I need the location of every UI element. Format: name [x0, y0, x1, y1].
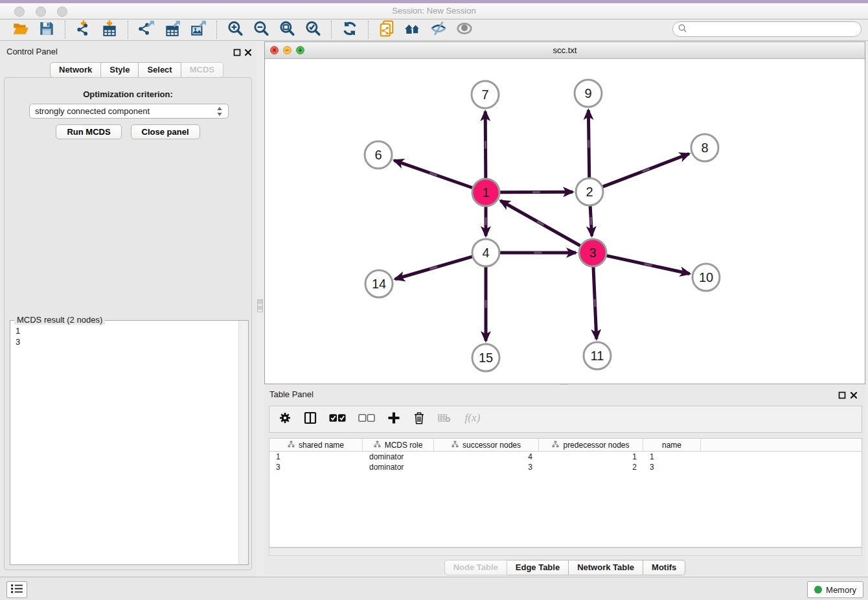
tab-motifs[interactable]: Motifs [643, 560, 685, 575]
tab-style[interactable]: Style [101, 62, 139, 78]
network-canvas[interactable]: 1234678910111415 [265, 58, 865, 384]
tab-node-table[interactable]: Node Table [444, 560, 507, 575]
optimization-criterion-label: Optimization criterion: [5, 89, 251, 99]
save-button[interactable] [34, 20, 60, 40]
refresh-button[interactable] [337, 20, 363, 40]
table-tabs: Node TableEdge TableNetwork TableMotifs [264, 560, 865, 575]
toolbar-group [217, 20, 331, 40]
gear-icon [279, 411, 291, 427]
edge-label [485, 141, 486, 148]
tab-network[interactable]: Network [50, 62, 101, 78]
table-cell[interactable]: dominator [363, 462, 434, 472]
toolbar-group [128, 20, 216, 40]
table-cell[interactable]: 2 [539, 462, 643, 472]
zoom-fit-button[interactable] [274, 20, 300, 40]
zoom-selected-icon [304, 20, 321, 40]
search-input[interactable] [672, 21, 862, 37]
check-all-button[interactable] [329, 411, 346, 428]
criterion-dropdown[interactable]: strongly connected component [29, 104, 229, 119]
hide-eye-button[interactable] [426, 20, 451, 40]
column-header-predecessor-nodes[interactable]: predecessor nodes [539, 439, 643, 452]
tree-icon [288, 441, 295, 450]
tree-icon [451, 441, 459, 450]
table-cell[interactable]: 3 [269, 462, 363, 472]
edge-label [485, 218, 486, 225]
edge-label [588, 140, 589, 148]
table-cell[interactable]: dominator [363, 452, 434, 462]
mcds-result-lines: 13 [16, 325, 20, 347]
home-icon [404, 20, 421, 40]
table-row[interactable]: 1dominator411 [269, 452, 862, 462]
toolbar-group [369, 20, 483, 40]
memory-status-dot [814, 586, 822, 594]
export-table-button[interactable] [159, 20, 185, 40]
table-float-panel-icon[interactable] [838, 390, 846, 398]
run-mcds-button[interactable]: Run MCDS [56, 124, 121, 139]
columns-button[interactable] [304, 411, 317, 428]
zoom-out-button[interactable] [248, 20, 274, 40]
table-cell[interactable]: 1 [643, 452, 701, 462]
column-header-name[interactable]: name [643, 439, 701, 452]
table-row[interactable]: 3dominator323 [269, 462, 862, 472]
network-window-title: scc.txt [265, 45, 865, 55]
tab-mcds[interactable]: MCDS [181, 62, 223, 78]
export-image-button[interactable] [185, 20, 211, 40]
show-eye-button[interactable] [451, 20, 477, 40]
network-view-window: × − + scc.txt 1234678910111415 [264, 41, 865, 384]
export-network-button[interactable] [133, 20, 159, 40]
app-window: Session: New Session Control Panel Netwo… [0, 0, 868, 600]
import-network-button[interactable] [71, 20, 97, 40]
window-title: Session: New Session [0, 6, 868, 16]
gear-button[interactable] [279, 411, 291, 428]
column-header-shared-name[interactable]: shared name [269, 439, 363, 452]
graph-node-label: 7 [481, 87, 488, 102]
toolbar-group [3, 20, 65, 40]
uncheck-all-icon [358, 411, 375, 427]
table-cell[interactable]: 1 [539, 452, 643, 462]
clone-network-button[interactable] [374, 20, 400, 40]
close-panel-button[interactable]: Close panel [131, 124, 200, 139]
table-cell[interactable]: 4 [434, 452, 539, 462]
result-scrollbar[interactable] [238, 321, 248, 564]
table-panel: Table Panel f(x) shared nameMCDS rolesuc… [264, 385, 865, 575]
import-network-icon [75, 20, 92, 40]
memory-label: Memory [826, 585, 856, 595]
close-panel-icon[interactable] [244, 47, 252, 55]
table-cell[interactable]: 3 [434, 462, 539, 472]
zoom-in-button[interactable] [222, 20, 248, 40]
uncheck-all-button[interactable] [358, 411, 375, 428]
table-hscrollbar[interactable] [269, 548, 862, 556]
table-close-panel-icon[interactable] [850, 390, 858, 398]
tab-select[interactable]: Select [139, 62, 181, 78]
edge-label [485, 300, 486, 308]
column-header-MCDS-role[interactable]: MCDS role [363, 439, 434, 452]
mcds-tab-content: Optimization criterion: strongly connect… [4, 77, 252, 570]
tab-edge-table[interactable]: Edge Table [507, 560, 569, 575]
import-table-button[interactable] [97, 20, 122, 40]
zoom-selected-button[interactable] [300, 20, 326, 40]
delete-column-button [438, 411, 451, 428]
export-network-icon [138, 20, 155, 40]
graph-node-label: 10 [699, 270, 713, 284]
list-icon [11, 584, 23, 596]
edge-label [589, 217, 592, 225]
criterion-dropdown-value: strongly connected component [35, 106, 150, 116]
tab-network-table[interactable]: Network Table [569, 560, 643, 575]
table-cell[interactable]: 3 [643, 462, 701, 472]
graph-node-label: 2 [586, 185, 593, 199]
graph-node-label: 3 [589, 246, 596, 260]
task-history-button[interactable] [6, 581, 27, 598]
home-button[interactable] [400, 20, 426, 40]
import-table-icon [101, 20, 118, 40]
float-panel-icon[interactable] [233, 47, 241, 55]
column-header-successor-nodes[interactable]: successor nodes [434, 439, 539, 452]
graph-node-label: 15 [479, 351, 493, 365]
table-cell[interactable]: 1 [269, 452, 363, 462]
add-button[interactable] [387, 411, 400, 428]
trash-button[interactable] [413, 411, 426, 428]
column-header-label: shared name [299, 441, 344, 450]
vertical-splitter-handle[interactable] [257, 299, 263, 312]
export-image-icon [190, 20, 207, 40]
open-folder-button[interactable] [8, 20, 34, 40]
memory-button[interactable]: Memory [807, 581, 863, 598]
